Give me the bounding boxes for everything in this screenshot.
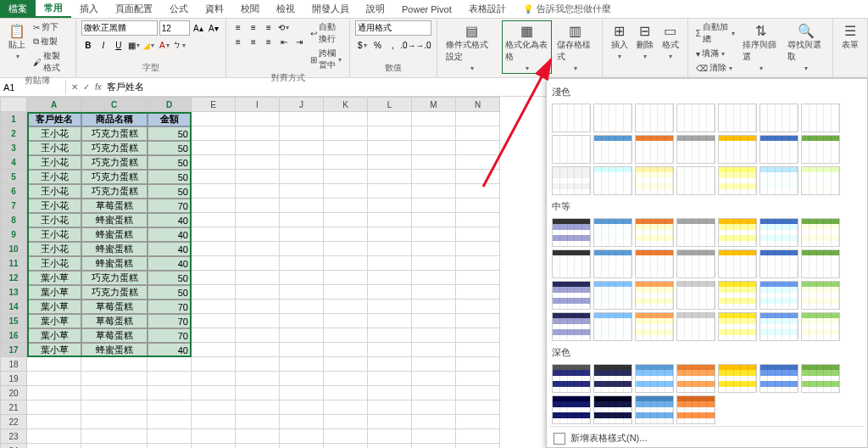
cell[interactable] — [368, 213, 412, 227]
cell[interactable]: 50 — [147, 271, 192, 285]
cell[interactable] — [412, 444, 456, 448]
table-style-swatch[interactable] — [676, 395, 715, 424]
row-header-7[interactable]: 7 — [0, 199, 27, 213]
cell[interactable]: 巧克力蛋糕 — [81, 271, 147, 285]
select-all-button[interactable] — [0, 97, 27, 112]
cell[interactable] — [456, 415, 500, 429]
cell[interactable] — [324, 112, 368, 126]
cell[interactable] — [456, 112, 500, 126]
cell[interactable] — [192, 256, 236, 271]
cell[interactable] — [280, 227, 324, 242]
cell[interactable] — [456, 400, 500, 415]
cell[interactable] — [456, 141, 500, 155]
autosum-button[interactable]: Σ自動加總 — [693, 20, 737, 46]
row-header-3[interactable]: 3 — [0, 141, 27, 155]
cell[interactable] — [456, 328, 500, 343]
col-header-C[interactable]: C — [81, 97, 147, 112]
align-right-button[interactable]: ≡ — [262, 35, 275, 48]
align-bottom-button[interactable]: ≡ — [262, 20, 275, 34]
cell[interactable] — [456, 429, 500, 444]
bold-button[interactable]: B — [81, 38, 95, 52]
cell[interactable] — [324, 328, 368, 343]
cell[interactable] — [236, 444, 280, 448]
cell[interactable] — [280, 256, 324, 271]
cell[interactable] — [324, 372, 368, 386]
cell[interactable] — [412, 400, 456, 415]
cell[interactable]: 巧克力蛋糕 — [81, 141, 147, 155]
cell[interactable] — [412, 126, 456, 141]
cell[interactable] — [236, 227, 280, 242]
cell[interactable]: 王小花 — [27, 155, 81, 170]
cell[interactable] — [412, 227, 456, 242]
table-style-swatch[interactable] — [552, 218, 591, 247]
cell[interactable] — [368, 199, 412, 213]
cell[interactable] — [456, 213, 500, 227]
cell[interactable]: 葉小草 — [27, 300, 81, 314]
underline-button[interactable]: U — [112, 38, 125, 52]
cell[interactable] — [368, 285, 412, 300]
cell[interactable] — [368, 112, 412, 126]
cell[interactable] — [236, 271, 280, 285]
cell[interactable]: 蜂蜜蛋糕 — [81, 213, 147, 227]
cell[interactable] — [368, 444, 412, 448]
table-style-swatch[interactable] — [718, 218, 757, 247]
cell[interactable] — [324, 271, 368, 285]
cell[interactable] — [236, 112, 280, 126]
table-style-swatch[interactable] — [676, 249, 715, 278]
cell[interactable]: 50 — [147, 141, 192, 155]
cell[interactable]: 70 — [147, 328, 192, 343]
cell[interactable] — [27, 386, 81, 400]
cell[interactable]: 王小花 — [27, 242, 81, 256]
cell[interactable]: 草莓蛋糕 — [81, 199, 147, 213]
font-name-select[interactable] — [81, 20, 158, 36]
table-style-swatch[interactable] — [552, 281, 591, 310]
paste-button[interactable]: 📋貼上 — [5, 20, 29, 62]
cell[interactable] — [192, 415, 236, 429]
cell[interactable] — [192, 271, 236, 285]
cell[interactable] — [236, 256, 280, 271]
cell[interactable] — [236, 155, 280, 170]
table-style-swatch[interactable] — [593, 135, 632, 164]
cell[interactable] — [236, 357, 280, 372]
cell[interactable] — [456, 285, 500, 300]
cell[interactable]: 王小花 — [27, 184, 81, 199]
cell[interactable]: 40 — [147, 242, 192, 256]
cell[interactable] — [147, 357, 192, 372]
cell[interactable] — [368, 155, 412, 170]
cell[interactable] — [412, 155, 456, 170]
cell[interactable] — [147, 386, 192, 400]
table-style-swatch[interactable] — [552, 364, 591, 393]
row-header-19[interactable]: 19 — [0, 372, 27, 386]
tab-資料[interactable]: 資料 — [197, 0, 232, 18]
cell[interactable] — [192, 112, 236, 126]
cell[interactable] — [324, 314, 368, 328]
cell[interactable] — [368, 184, 412, 199]
table-style-swatch[interactable] — [676, 312, 715, 341]
form-button[interactable]: ☰表單 — [838, 20, 862, 53]
tab-Power Pivot[interactable]: Power Pivot — [393, 0, 460, 18]
cell[interactable] — [236, 141, 280, 155]
table-style-swatch[interactable] — [676, 281, 715, 310]
cell[interactable] — [147, 400, 192, 415]
cell[interactable] — [456, 271, 500, 285]
table-style-swatch[interactable] — [635, 249, 674, 278]
cell[interactable] — [412, 328, 456, 343]
cell[interactable] — [412, 386, 456, 400]
table-style-swatch[interactable] — [676, 104, 715, 132]
cell[interactable]: 葉小草 — [27, 328, 81, 343]
cell[interactable] — [81, 372, 147, 386]
font-size-select[interactable] — [159, 20, 190, 36]
format-as-table-button[interactable]: ▦格式化為表格 — [502, 20, 552, 74]
table-style-swatch[interactable] — [801, 281, 840, 310]
cell[interactable] — [192, 242, 236, 256]
confirm-formula-button[interactable]: ✓ — [83, 82, 90, 92]
table-style-swatch[interactable] — [593, 218, 632, 247]
cell[interactable]: 草莓蛋糕 — [81, 300, 147, 314]
cell[interactable] — [192, 386, 236, 400]
cell[interactable] — [280, 444, 324, 448]
cell[interactable] — [412, 141, 456, 155]
tell-me-search[interactable]: 告訴我您想做什麼 — [523, 0, 611, 18]
cell[interactable] — [27, 415, 81, 429]
table-style-swatch[interactable] — [718, 281, 757, 310]
format-cells-button[interactable]: ▭格式 — [659, 20, 682, 62]
